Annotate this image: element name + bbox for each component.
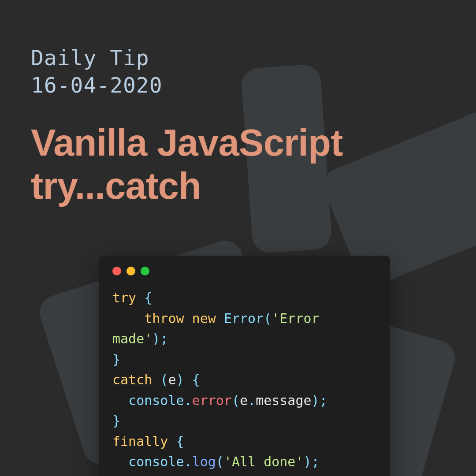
code-window: try { throw new Error('Error made'); } c…	[99, 256, 390, 476]
prop-message: message	[256, 393, 311, 408]
indent	[112, 454, 128, 469]
string-made: made	[112, 331, 144, 346]
close-dot-icon	[112, 267, 121, 275]
paren: )	[176, 372, 192, 387]
dot: .	[184, 393, 192, 408]
kw-finally: finally	[112, 434, 176, 449]
semi: ;	[312, 454, 320, 469]
string-done: All done	[232, 454, 296, 469]
title: Vanilla JavaScript try...catch	[31, 121, 343, 208]
kw-throw: throw	[144, 311, 192, 326]
kw-try: try	[112, 290, 144, 305]
dot: .	[184, 454, 192, 469]
string-error: Error	[279, 311, 327, 326]
title-line1: Vanilla JavaScript	[31, 121, 343, 164]
title-line2: try...catch	[31, 164, 343, 208]
console: console	[128, 393, 184, 408]
subtitle-line2: 16-04-2020	[31, 71, 343, 99]
subtitle: Daily Tip 16-04-2020	[31, 44, 343, 99]
paren: (	[232, 393, 240, 408]
subtitle-line1: Daily Tip	[31, 44, 343, 71]
brace: }	[112, 475, 120, 476]
quote: '	[224, 454, 232, 469]
semi: ;	[320, 393, 327, 408]
brace: }	[112, 352, 120, 367]
brace: }	[112, 413, 120, 428]
brace: {	[192, 372, 200, 387]
header: Daily Tip 16-04-2020 Vanilla JavaScript …	[31, 44, 343, 207]
kw-new: new	[192, 311, 224, 326]
code-block: try { throw new Error('Error made'); } c…	[112, 288, 377, 476]
paren: (	[216, 454, 224, 469]
maximize-dot-icon	[141, 267, 149, 275]
dot: .	[248, 393, 256, 408]
quote: '	[295, 454, 303, 469]
console: console	[128, 454, 184, 469]
fn-error: error	[192, 393, 232, 408]
param-e: e	[168, 372, 176, 387]
paren: )	[304, 454, 312, 469]
brace: {	[144, 290, 152, 305]
quote: '	[144, 331, 152, 346]
quote: '	[271, 311, 279, 326]
kw-catch: catch	[112, 372, 160, 387]
class-error: Error	[224, 311, 264, 326]
indent	[112, 311, 144, 326]
paren: )	[312, 393, 320, 408]
var-e: e	[240, 393, 248, 408]
semi: ;	[160, 331, 168, 346]
paren: )	[152, 331, 160, 346]
paren: (	[264, 311, 271, 326]
brace: {	[176, 434, 184, 449]
paren: (	[160, 372, 168, 387]
window-dots	[112, 267, 377, 275]
indent	[112, 393, 128, 408]
minimize-dot-icon	[126, 267, 135, 275]
fn-log: log	[192, 454, 216, 469]
